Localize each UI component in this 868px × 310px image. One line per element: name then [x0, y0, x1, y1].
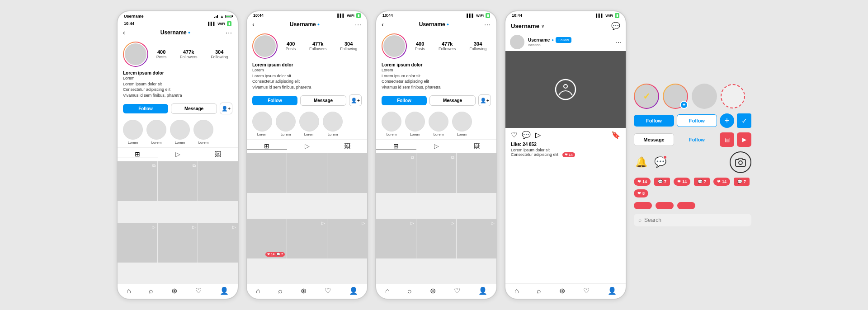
share-icon[interactable]: ▷: [535, 131, 541, 139]
post-cell-2-6[interactable]: [327, 219, 367, 258]
follow-button-3[interactable]: Follow: [382, 96, 427, 105]
search-nav-4[interactable]: ⌕: [537, 287, 541, 295]
tab-tagged-3[interactable]: 🖼: [456, 142, 496, 150]
search-nav-1[interactable]: ⌕: [149, 287, 153, 295]
post-cell-3[interactable]: [198, 161, 238, 201]
highlight-2-1[interactable]: Lorem: [252, 112, 272, 136]
post-cell-2-5[interactable]: [287, 219, 327, 258]
check-circle-btn[interactable]: ✓: [737, 113, 751, 128]
comment-icon[interactable]: 💬: [522, 131, 531, 139]
profile-nav-1[interactable]: 👤: [220, 287, 229, 295]
post-cell-2-4[interactable]: ❤ 14 💬 7: [247, 219, 287, 258]
profile-nav-4[interactable]: 👤: [608, 287, 617, 295]
add-nav-3[interactable]: ⊕: [430, 287, 436, 295]
back-button-3[interactable]: ‹: [382, 21, 384, 28]
message-button-1[interactable]: Message: [171, 103, 217, 114]
story-circle-gradient[interactable]: +: [663, 84, 688, 109]
highlight-2-2[interactable]: Lorem: [276, 112, 296, 136]
post-cell-2-2[interactable]: [287, 153, 327, 193]
follow-button-1[interactable]: Follow: [123, 104, 168, 113]
heart-nav-2[interactable]: ♡: [325, 287, 331, 295]
tab-video-1[interactable]: ▷: [158, 150, 198, 158]
username-dropdown[interactable]: Username ∨: [511, 23, 544, 29]
post-follow-button[interactable]: Follow: [556, 37, 571, 43]
search-nav-3[interactable]: ⌕: [407, 287, 412, 295]
highlight-3-3[interactable]: Lorem: [429, 112, 448, 136]
add-nav-2[interactable]: ⊕: [301, 287, 307, 295]
highlight-3-2[interactable]: Lorem: [405, 112, 425, 136]
story-circle-gray[interactable]: [692, 84, 717, 109]
post-cell-5[interactable]: [158, 223, 198, 263]
heart-nav-4[interactable]: ♡: [583, 287, 590, 295]
highlight-item-1[interactable]: Lorem: [123, 120, 143, 145]
add-person-button-2[interactable]: 👤+: [349, 94, 362, 106]
tab-grid-2[interactable]: ⊞: [247, 142, 287, 150]
post-cell-3-5[interactable]: [416, 219, 456, 258]
highlight-2-4[interactable]: Lorem: [323, 112, 343, 136]
back-button-2[interactable]: ‹: [252, 21, 255, 28]
follow-blue-btn-1[interactable]: Follow: [634, 115, 674, 127]
highlight-3-4[interactable]: Lorem: [452, 112, 472, 136]
post-cell-3-6[interactable]: [457, 219, 496, 258]
story-circle-check[interactable]: ✓: [634, 84, 659, 109]
home-nav-4[interactable]: ⌂: [514, 287, 519, 295]
post-cell-1[interactable]: [118, 161, 157, 201]
post-cell-2[interactable]: [158, 161, 198, 201]
highlight-3-1[interactable]: Lorem: [382, 112, 401, 136]
post-cell-4[interactable]: [118, 223, 157, 263]
message-button-2[interactable]: Message: [300, 95, 346, 106]
profile-nav-3[interactable]: 👤: [478, 287, 487, 295]
post-cell-2-3[interactable]: [327, 153, 367, 193]
highlight-2-3[interactable]: Lorem: [299, 112, 319, 136]
home-nav-1[interactable]: ⌂: [127, 287, 131, 295]
tab-tagged-2[interactable]: 🖼: [327, 142, 367, 150]
post-cell-2-1[interactable]: [247, 153, 287, 193]
story-circle-dashed[interactable]: [721, 84, 745, 108]
heart-nav-1[interactable]: ♡: [195, 287, 202, 295]
post-cell-3-3[interactable]: [457, 153, 496, 193]
camera-icon-wrap[interactable]: [730, 151, 751, 173]
post-cell-3-1[interactable]: [376, 153, 416, 193]
tab-video-3[interactable]: ▷: [416, 142, 457, 150]
highlight-item-3[interactable]: Lorem: [170, 120, 190, 145]
bookmark-icon[interactable]: 🔖: [611, 131, 620, 139]
home-nav-3[interactable]: ⌂: [385, 287, 390, 295]
highlight-item-2[interactable]: Lorem: [146, 120, 166, 145]
profile-nav-2[interactable]: 👤: [349, 287, 358, 295]
home-nav-2[interactable]: ⌂: [256, 287, 260, 295]
tab-video-2[interactable]: ▷: [287, 142, 327, 150]
save-btn[interactable]: ▤: [720, 132, 734, 147]
more-options-2[interactable]: ···: [355, 21, 362, 28]
highlight-item-4[interactable]: Lorem: [193, 120, 213, 145]
video-btn[interactable]: ▶: [737, 132, 751, 147]
back-button-1[interactable]: ‹: [123, 29, 125, 36]
add-person-button-1[interactable]: 👤+: [220, 103, 232, 114]
add-circle-btn[interactable]: +: [720, 113, 734, 128]
more-options-3[interactable]: ···: [484, 21, 491, 28]
post-more-icon[interactable]: ···: [616, 38, 621, 46]
more-options-1[interactable]: ···: [226, 29, 232, 36]
follow-button-2[interactable]: Follow: [252, 96, 297, 105]
search-box[interactable]: ⌕: [634, 214, 751, 226]
heart-nav-3[interactable]: ♡: [454, 287, 460, 295]
follow-outline-btn-1[interactable]: Follow: [677, 114, 717, 127]
like-icon[interactable]: ♡: [511, 131, 517, 139]
add-person-button-3[interactable]: 👤+: [478, 94, 491, 106]
post-cell-6[interactable]: [198, 223, 238, 263]
search-nav-2[interactable]: ⌕: [278, 287, 283, 295]
tab-tagged-1[interactable]: 🖼: [198, 150, 238, 158]
message-outline-btn[interactable]: Message: [634, 133, 674, 146]
story-add-icon[interactable]: +: [680, 101, 688, 109]
add-nav-4[interactable]: ⊕: [559, 287, 565, 295]
follow-text-btn[interactable]: Follow: [677, 134, 717, 146]
search-input[interactable]: [644, 217, 747, 223]
message-button-3[interactable]: Message: [429, 95, 476, 106]
post-cell-3-4[interactable]: [376, 219, 416, 258]
tab-grid-3[interactable]: ⊞: [376, 142, 416, 150]
message-icon[interactable]: 💬: [611, 22, 620, 30]
tab-grid-1[interactable]: ⊞: [118, 150, 158, 158]
chat-icon-wrap[interactable]: 💬: [653, 155, 667, 169]
add-nav-1[interactable]: ⊕: [171, 287, 177, 295]
bell-icon-wrap[interactable]: 🔔: [634, 155, 648, 169]
post-cell-3-2[interactable]: [416, 153, 456, 193]
